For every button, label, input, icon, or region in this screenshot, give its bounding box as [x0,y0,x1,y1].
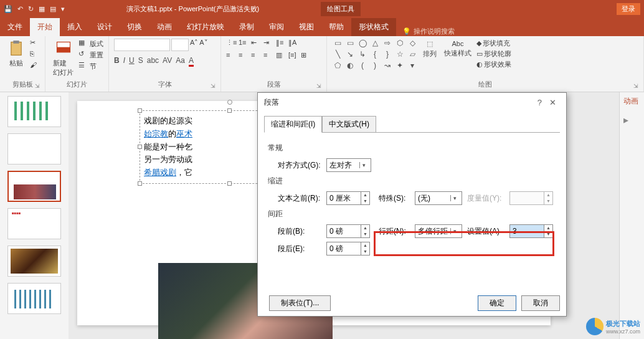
indent-dec-icon[interactable]: ⇤ [251,39,260,47]
tab-review[interactable]: 审阅 [262,18,291,36]
cancel-button[interactable]: 取消 [521,295,560,311]
before-label: 段前(B): [278,226,321,237]
close-icon[interactable]: ✕ [546,97,560,108]
slide-thumb-5[interactable] [7,246,61,277]
at-spinner[interactable]: ▲▼ [509,224,553,238]
line-spacing-combo[interactable]: 多倍行距▾ [415,224,462,238]
before-text-spinner[interactable]: ▲▼ [326,191,370,205]
at-label: 设置值(A) [467,226,504,237]
dialog-launcher-icon[interactable]: ⇲ [35,83,40,89]
tabs-button[interactable]: 制表位(T)... [269,295,331,311]
tab-view[interactable]: 视图 [291,18,321,36]
resize-handle[interactable] [227,181,232,186]
tab-home[interactable]: 开始 [30,18,60,36]
smartart-icon[interactable]: ⊞ [301,51,310,60]
text-direction-icon[interactable]: ‖A [288,39,297,47]
tab-insert[interactable]: 插入 [60,18,90,36]
font-color-button[interactable]: A [189,56,194,67]
arrange-button[interactable]: ⬚ 排列 [420,39,439,60]
arrange-icon: ⬚ [427,40,433,48]
tell-me-search[interactable]: 💡 操作说明搜索 [396,27,461,36]
copy-icon[interactable]: ⎘ [30,50,40,60]
dialog-launcher-icon[interactable]: ⇲ [633,83,638,89]
cut-icon[interactable]: ✂ [30,39,40,49]
alignment-combo[interactable]: 左对齐▾ [326,158,371,172]
pane-expand-icon[interactable]: ▸ [620,110,644,130]
group-drawing: ▭▭◯△⇨⬡◇ ╲↘↳{}☆▱ ⬠◐()↝✦▾ ⬚ 排列 Abc 快速样式 ◆形… [327,36,644,92]
shadow-button[interactable]: abc [147,56,159,67]
help-icon[interactable]: ? [534,97,546,108]
dialog-launcher-icon[interactable]: ⇲ [211,83,215,89]
tab-design[interactable]: 设计 [90,18,120,36]
align-left-icon[interactable]: ≡ [226,51,235,60]
resize-handle[interactable] [227,108,232,113]
strike-button[interactable]: S [138,56,143,67]
slideshow-icon[interactable]: ▦ [39,5,45,13]
underline-button[interactable]: U [129,56,135,67]
tab-transitions[interactable]: 切换 [120,18,149,36]
slide-thumb-4[interactable]: ■■■■ [7,208,61,239]
tab-format[interactable]: 形状格式 [351,18,396,36]
shape-effects-button[interactable]: ◐形状效果 [476,60,511,69]
dialog-titlebar[interactable]: 段落 ? ✕ [258,93,566,112]
resize-handle[interactable] [138,145,142,149]
tab-help[interactable]: 帮助 [321,18,351,36]
grow-font-icon[interactable]: A˄ [190,39,198,51]
section-spacing: 间距 [268,209,556,219]
layout-button[interactable]: ▦版式 [78,39,103,49]
shapes-gallery[interactable]: ▭▭◯△⇨⬡◇ ╲↘↳{}☆▱ ⬠◐()↝✦▾ [332,39,418,71]
reset-button[interactable]: ↺重置 [78,50,103,60]
tab-indent-spacing[interactable]: 缩进和间距(I) [264,116,322,133]
resize-handle[interactable] [138,108,142,113]
line-spacing-icon[interactable]: ‖≡ [276,39,285,47]
pane-title: 动画 [620,92,644,110]
slide-thumb-2[interactable] [7,133,61,165]
special-combo[interactable]: (无)▾ [415,191,462,205]
undo-icon[interactable]: ↶ [17,5,23,13]
align-center-icon[interactable]: ≡ [239,51,247,60]
shape-outline-button[interactable]: ▭形状轮廓 [476,49,511,59]
save-icon[interactable]: 💾 [4,5,12,13]
dialog-launcher-icon[interactable]: ⇲ [316,83,321,89]
slide-thumb-3[interactable] [7,171,61,202]
ribbon-tabs: 文件 开始 插入 设计 切换 动画 幻灯片放映 录制 审阅 视图 帮助 形状格式… [0,17,644,36]
tab-cjk[interactable]: 中文版式(H) [322,116,376,133]
align-right-icon[interactable]: ≡ [251,51,260,60]
justify-icon[interactable]: ≡ [263,51,272,60]
lightbulb-icon: 💡 [402,27,411,36]
before-spinner[interactable]: ▲▼ [326,224,370,238]
bold-button[interactable]: B [114,56,120,67]
new-slide-button[interactable]: 新建 幻灯片 [50,39,76,79]
shrink-font-icon[interactable]: A˅ [199,39,207,51]
align-text-icon[interactable]: [≡] [288,51,297,60]
touch-icon[interactable]: ▤ [50,5,56,13]
slide-thumb-1[interactable] [7,96,61,127]
login-button[interactable]: 登录 [617,3,640,15]
tab-slideshow[interactable]: 幻灯片放映 [179,18,232,36]
indent-inc-icon[interactable]: ⇥ [263,39,272,47]
tab-file[interactable]: 文件 [0,18,30,36]
numbering-icon[interactable]: 1≡ [239,39,247,47]
redo-icon[interactable]: ↻ [28,5,34,13]
font-size-combo[interactable] [171,39,189,51]
shape-fill-button[interactable]: ◆形状填充 [476,39,511,48]
paste-button[interactable]: 粘贴 [5,39,27,69]
format-painter-icon[interactable]: 🖌 [30,61,40,71]
spacing-button[interactable]: AV [163,56,172,67]
bullets-icon[interactable]: ⋮≡ [226,39,235,47]
section-button[interactable]: ☰节 [78,61,103,71]
font-name-combo[interactable] [114,39,170,51]
after-spinner[interactable]: ▲▼ [326,242,370,255]
rotate-handle[interactable] [227,100,232,105]
italic-button[interactable]: I [123,56,125,67]
tab-record[interactable]: 录制 [232,18,262,36]
columns-icon[interactable]: ▥ [276,51,285,60]
ok-button[interactable]: 确定 [478,295,516,311]
quick-styles-button[interactable]: Abc 快速样式 [442,39,474,59]
case-button[interactable]: Aa [176,56,185,67]
resize-handle[interactable] [138,181,142,186]
qat-more-icon[interactable]: ▾ [61,5,65,13]
slide-thumb-6[interactable] [7,283,61,314]
special-label: 特殊(S): [379,193,410,204]
tab-animations[interactable]: 动画 [149,18,179,36]
